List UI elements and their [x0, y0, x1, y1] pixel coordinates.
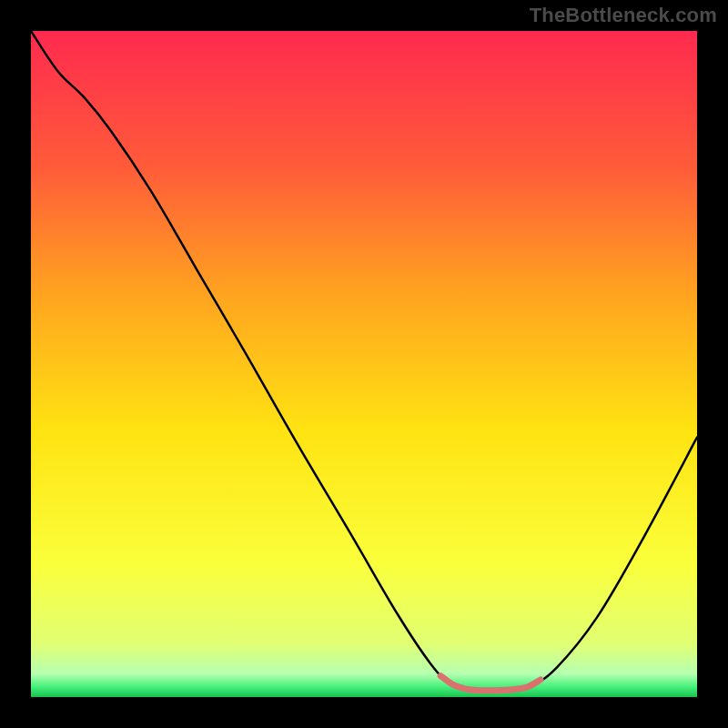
watermark-label: TheBottleneck.com: [530, 4, 717, 27]
chart-container: TheBottleneck.com: [0, 0, 728, 728]
bottleneck-chart: [0, 0, 728, 728]
plot-background: [31, 31, 697, 697]
